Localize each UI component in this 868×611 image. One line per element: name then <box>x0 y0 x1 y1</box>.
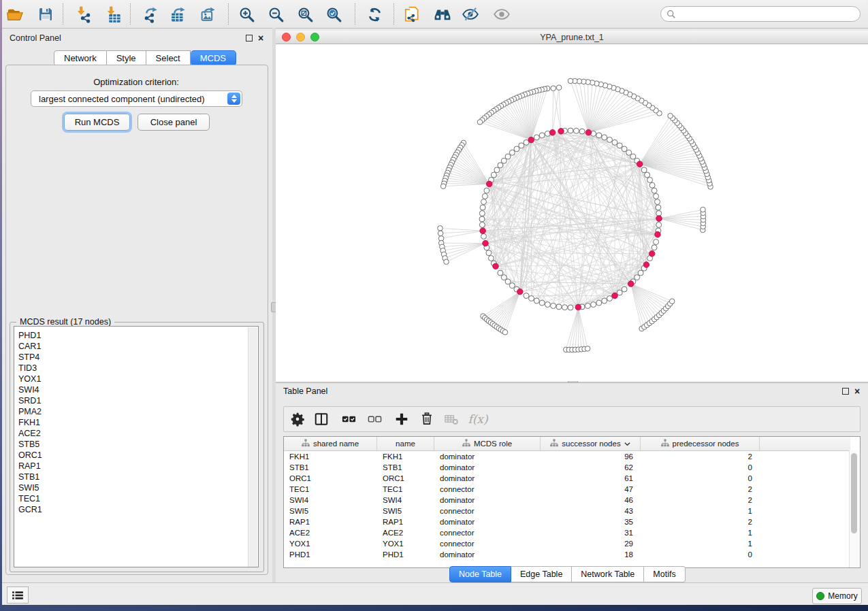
result-node-item[interactable]: STB1 <box>14 472 258 482</box>
result-node-item[interactable]: YOX1 <box>14 374 258 384</box>
tab-mcds[interactable]: MCDS <box>191 50 236 66</box>
zoom-fit-icon[interactable] <box>295 5 315 24</box>
column-header-shared-name[interactable]: shared name <box>284 437 377 450</box>
table-cell: PHD1 <box>377 550 434 561</box>
zoom-selected-icon[interactable] <box>324 5 343 24</box>
table-cell: dominator <box>434 463 541 474</box>
table-cell: PHD1 <box>284 550 377 561</box>
table-row[interactable]: PHD1PHD1dominator180 <box>284 550 850 561</box>
tree-icon <box>462 439 470 448</box>
table-scrollbar-thumb[interactable] <box>851 453 857 533</box>
column-header-name[interactable]: name <box>377 437 434 450</box>
result-node-item[interactable]: RAP1 <box>14 461 258 472</box>
table-cell: 1 <box>641 506 760 517</box>
table-cell: dominator <box>434 452 541 463</box>
zoom-in-icon[interactable] <box>237 5 256 24</box>
sort-chevron-icon[interactable] <box>624 440 630 448</box>
column-header-predecessor-nodes[interactable]: predecessor nodes <box>641 437 760 450</box>
task-history-button[interactable] <box>7 587 29 604</box>
control-panel-float-button[interactable] <box>246 35 253 43</box>
memory-button[interactable]: Memory <box>812 588 862 604</box>
result-node-item[interactable]: STB5 <box>14 439 258 450</box>
list-icon <box>12 591 24 600</box>
tab-style[interactable]: Style <box>107 50 146 66</box>
table-row[interactable]: STB1STB1dominator620 <box>284 463 850 474</box>
tab-network[interactable]: Network <box>54 50 107 66</box>
tab-motifs[interactable]: Motifs <box>644 566 685 582</box>
table-row[interactable]: ACE2ACE2connector311 <box>284 528 850 539</box>
control-panel-close-button[interactable]: × <box>258 34 263 42</box>
table-cell: connector <box>434 539 541 550</box>
result-node-item[interactable]: ACE2 <box>14 428 258 439</box>
table-cell: SWI4 <box>284 495 377 506</box>
table-cell: 0 <box>641 463 760 474</box>
columns-icon[interactable] <box>312 410 330 428</box>
table-row[interactable]: RAP1RAP1dominator352 <box>284 517 850 528</box>
tree-icon <box>550 439 558 448</box>
criterion-value: largest connected component (undirected) <box>31 94 227 104</box>
table-panel-float-button[interactable] <box>842 388 849 396</box>
settings-icon[interactable] <box>289 410 306 428</box>
column-header-MCDS-role[interactable]: MCDS role <box>434 437 541 450</box>
share-document-icon[interactable] <box>402 5 421 24</box>
open-file-icon[interactable] <box>5 5 25 24</box>
search-network-icon[interactable] <box>433 5 452 24</box>
import-network-icon[interactable] <box>74 5 93 24</box>
node-table[interactable]: shared namenameMCDS rolesuccessor nodesp… <box>283 436 861 568</box>
table-row[interactable]: SWI5SWI5connector431 <box>284 506 850 517</box>
show-view-icon[interactable] <box>492 5 511 24</box>
search-input[interactable] <box>660 6 861 22</box>
criterion-select[interactable]: largest connected component (undirected) <box>31 90 242 107</box>
toolbar-separator <box>228 3 229 24</box>
export-image-icon[interactable] <box>199 5 218 24</box>
refresh-icon[interactable] <box>365 5 384 24</box>
run-mcds-button[interactable]: Run MCDS <box>64 114 130 131</box>
import-table-icon[interactable] <box>103 5 123 24</box>
result-node-item[interactable]: SWI4 <box>14 384 258 395</box>
result-node-item[interactable]: STP4 <box>14 352 258 363</box>
export-table-icon[interactable] <box>169 5 188 24</box>
tab-network-table[interactable]: Network Table <box>572 566 644 582</box>
column-label: shared name <box>313 440 359 448</box>
table-cell: 2 <box>641 495 760 506</box>
table-row[interactable]: ORC1ORC1dominator610 <box>284 474 850 484</box>
toolbar-separator <box>130 3 131 24</box>
table-panel-close-button[interactable]: × <box>854 387 860 395</box>
column-header-successor-nodes[interactable]: successor nodes <box>541 437 641 450</box>
table-scrollbar[interactable] <box>849 450 859 567</box>
network-graph-canvas[interactable] <box>276 44 868 381</box>
export-network-icon[interactable] <box>141 5 160 24</box>
result-node-item[interactable]: PHD1 <box>14 330 258 341</box>
deselect-all-icon[interactable] <box>366 410 383 428</box>
result-node-item[interactable]: TEC1 <box>14 493 258 504</box>
result-node-item[interactable]: GCR1 <box>14 504 258 515</box>
result-node-item[interactable]: SWI5 <box>14 482 258 493</box>
hide-view-icon[interactable] <box>461 5 480 24</box>
table-row[interactable]: SWI4SWI4dominator462 <box>284 495 850 506</box>
desktop: Control Panel × NetworkStyleSelectMCDS O… <box>0 0 868 611</box>
table-row[interactable]: YOX1YOX1connector291 <box>284 539 850 550</box>
result-node-item[interactable]: TID3 <box>14 363 258 374</box>
result-node-item[interactable]: ORC1 <box>14 450 258 461</box>
result-node-item[interactable]: CAR1 <box>14 341 258 352</box>
result-list-scrollbar[interactable] <box>248 327 257 567</box>
delete-row-icon[interactable] <box>418 410 436 428</box>
result-node-item[interactable]: FKH1 <box>14 417 258 428</box>
add-row-icon[interactable] <box>393 410 411 428</box>
select-all-icon[interactable] <box>340 410 357 428</box>
table-row[interactable]: TEC1TEC1connector472 <box>284 484 850 495</box>
memory-label: Memory <box>828 591 857 601</box>
table-row[interactable]: FKH1FKH1dominator962 <box>284 452 850 463</box>
table-cell: RAP1 <box>284 517 377 528</box>
result-node-item[interactable]: PMA2 <box>14 406 258 417</box>
result-node-item[interactable]: SRD1 <box>14 395 258 406</box>
table-cell: 29 <box>541 539 641 550</box>
mcds-result-list[interactable]: PHD1CAR1STP4TID3YOX1SWI4SRD1PMA2FKH1ACE2… <box>14 326 259 567</box>
table-cell: FKH1 <box>377 452 434 463</box>
tab-select[interactable]: Select <box>146 50 191 66</box>
tab-edge-table[interactable]: Edge Table <box>511 566 572 582</box>
save-session-icon[interactable] <box>36 5 55 24</box>
close-panel-button[interactable]: Close panel <box>138 114 210 131</box>
zoom-out-icon[interactable] <box>266 5 285 24</box>
tab-node-table[interactable]: Node Table <box>449 566 511 582</box>
